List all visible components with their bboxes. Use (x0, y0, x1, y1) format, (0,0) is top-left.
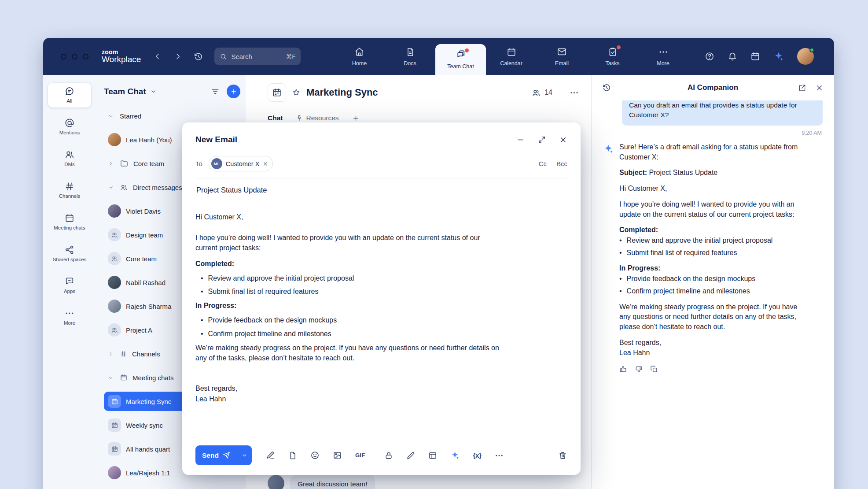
template-file-button[interactable] (288, 451, 297, 460)
app-window: zoom Workplace Search ⌘F Home Docs (43, 38, 834, 489)
thumbs-down-button[interactable] (635, 365, 643, 373)
ai-sparkle-icon (603, 144, 614, 373)
ai-completed-list: Review and approve the initial project p… (619, 236, 809, 258)
rail-item-dms[interactable]: DMs (48, 146, 91, 171)
ai-response: Sure! Here’s a draft email asking for a … (603, 142, 823, 373)
send-options-button[interactable] (237, 445, 252, 465)
help-button[interactable] (705, 52, 714, 61)
window-zoom-button[interactable] (83, 54, 88, 59)
forward-button[interactable] (173, 52, 182, 61)
rail-channels-label: Channels (59, 193, 81, 199)
send-button-group: Send (195, 445, 252, 465)
discard-trash-button[interactable] (558, 451, 567, 460)
cc-button[interactable]: Cc (539, 160, 547, 167)
tab-chat[interactable]: Chat (268, 114, 283, 122)
star-channel-button[interactable] (292, 88, 301, 97)
history-button[interactable] (194, 52, 203, 61)
ai-closing: We’re making steady progress on the proj… (619, 302, 809, 332)
layout-template-button[interactable] (428, 451, 437, 460)
search-input[interactable]: Search ⌘F (214, 48, 301, 65)
home-icon (354, 47, 364, 57)
rail-meeting-chats-label: Meeting chats (54, 225, 85, 231)
copy-button[interactable] (650, 365, 658, 373)
rail-item-apps[interactable]: Apps (48, 273, 91, 298)
chevron-down-icon (108, 185, 115, 190)
emoji-button[interactable] (310, 451, 320, 460)
to-label: To (195, 160, 202, 167)
open-external-icon[interactable] (798, 84, 806, 92)
email-body-editor[interactable]: Hi Customer X, I hope you’re doing well!… (195, 212, 499, 440)
tab-docs[interactable]: Docs (385, 38, 435, 75)
close-icon[interactable] (559, 136, 567, 144)
tab-tasks[interactable]: Tasks (587, 38, 638, 75)
edit-pencil-button[interactable] (406, 451, 415, 460)
filter-button[interactable] (211, 87, 220, 96)
tab-resources[interactable]: Resources (296, 114, 338, 122)
calendar-today-button[interactable] (750, 52, 760, 61)
close-icon[interactable] (815, 84, 824, 92)
ellipsis-icon (65, 308, 74, 318)
expand-icon[interactable] (538, 136, 546, 144)
channel-title: Marketing Sync (306, 87, 378, 98)
tab-home[interactable]: Home (334, 38, 385, 75)
signature-button[interactable] (266, 451, 275, 460)
back-button[interactable] (153, 52, 162, 61)
window-close-button[interactable] (61, 54, 66, 59)
variables-button[interactable]: {x} (473, 452, 481, 459)
member-count[interactable]: 14 (532, 88, 552, 97)
history-icon[interactable] (602, 83, 611, 92)
chat-list-title: Team Chat (104, 87, 146, 96)
channel-more-button[interactable] (570, 88, 579, 97)
to-field[interactable]: To ML Customer X Cc Bcc (195, 156, 567, 178)
message-timestamp: 9:20 AM (604, 130, 822, 136)
tab-home-label: Home (352, 60, 367, 67)
modal-title: New Email (195, 135, 237, 144)
tab-team-chat[interactable]: Team Chat (435, 44, 486, 75)
list-item: Submit final list of required features (619, 248, 809, 258)
avatar (268, 475, 284, 489)
rail-item-all[interactable]: All (48, 83, 91, 107)
add-tab-button[interactable] (352, 115, 360, 122)
paper-plane-icon (223, 452, 230, 459)
tab-calendar[interactable]: Calendar (486, 38, 537, 75)
tab-more[interactable]: More (638, 38, 688, 75)
ai-subject-value: Project Status Update (649, 169, 718, 176)
minimize-icon[interactable] (516, 136, 525, 144)
gif-button[interactable]: GIF (355, 452, 365, 459)
chevron-down-icon[interactable] (150, 88, 157, 95)
ai-compose-sparkle-button[interactable] (450, 451, 460, 460)
send-button[interactable]: Send (195, 445, 237, 465)
tab-email[interactable]: Email (537, 38, 587, 75)
ai-companion-button[interactable] (773, 51, 784, 62)
thumbs-up-button[interactable] (619, 365, 627, 373)
image-button[interactable] (333, 451, 342, 460)
rail-item-mentions[interactable]: Mentions (48, 115, 91, 139)
window-minimize-button[interactable] (72, 54, 77, 59)
group-avatar-icon (108, 252, 121, 265)
ai-greeting: Hi Customer X, (619, 184, 809, 194)
confidential-lock-button[interactable] (384, 451, 393, 460)
avatar (108, 204, 121, 218)
team-chat-unread-badge (465, 48, 469, 52)
rail-item-more[interactable]: More (48, 305, 91, 330)
more-options-button[interactable] (495, 451, 504, 460)
team-chat-icon (456, 50, 466, 60)
user-avatar[interactable] (797, 48, 814, 65)
notifications-button[interactable] (728, 52, 737, 61)
rail-item-meeting-chats[interactable]: Meeting chats (48, 210, 91, 234)
rail-item-shared-spaces[interactable]: Shared spaces (48, 241, 91, 266)
chat-item-label: Project A (126, 326, 152, 334)
meeting-calendar-icon (108, 419, 121, 432)
body-signature: Lea Hahn (195, 394, 499, 404)
recipient-chip[interactable]: ML Customer X (209, 156, 273, 171)
topbar-utilities (705, 48, 814, 65)
rail-item-channels[interactable]: Channels (48, 178, 91, 203)
new-chat-button[interactable] (227, 85, 240, 98)
ai-panel-header: AI Companion (592, 75, 834, 100)
subject-input[interactable]: Project Status Update (195, 178, 567, 202)
message-bubble[interactable]: Great discussion team! (290, 475, 375, 489)
new-email-modal: New Email To ML Customer X Cc Bcc Projec… (182, 122, 581, 475)
remove-recipient-icon[interactable] (263, 161, 268, 167)
list-item-text: Submit final list of required features (208, 286, 319, 296)
bcc-button[interactable]: Bcc (556, 160, 567, 167)
